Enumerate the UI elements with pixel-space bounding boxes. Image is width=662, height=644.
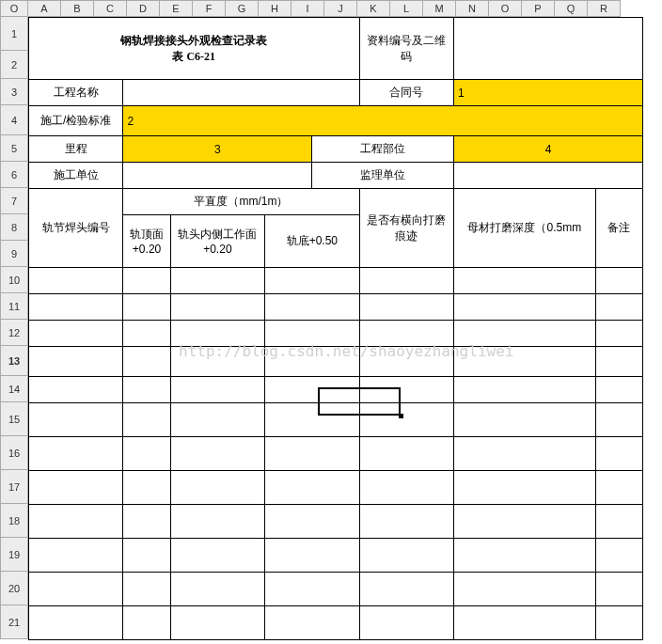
row-header[interactable]: 3	[0, 79, 28, 105]
label-rail-top: 轨顶面+0.20	[123, 215, 170, 268]
data-row[interactable]	[29, 573, 643, 606]
row-header[interactable]: 10	[0, 267, 28, 293]
title-line2: 表 C6-21	[33, 49, 355, 65]
col-header[interactable]: M	[423, 0, 456, 17]
row-header[interactable]: 4	[0, 105, 28, 135]
input-project-part[interactable]: 4	[453, 136, 642, 163]
data-row[interactable]	[29, 347, 643, 377]
col-header[interactable]: L	[390, 0, 423, 17]
data-row[interactable]	[29, 294, 643, 321]
label-mileage: 里程	[29, 136, 123, 163]
input-contract-no[interactable]: 1	[453, 80, 642, 106]
col-header[interactable]: O	[0, 0, 28, 17]
col-header[interactable]: A	[28, 0, 61, 17]
row-header[interactable]: 11	[0, 293, 28, 320]
label-grind-mark: 是否有横向打磨痕迹	[359, 189, 453, 268]
title-line1: 钢轨焊接接头外观检查记录表	[33, 33, 355, 49]
col-header[interactable]: P	[522, 0, 555, 17]
label-rail-inner: 轨头内侧工作面+0.20	[170, 215, 264, 268]
row-header[interactable]: 12	[0, 320, 28, 346]
col-header[interactable]: G	[226, 0, 259, 17]
col-header[interactable]: K	[357, 0, 390, 17]
form-title: 钢轨焊接接头外观检查记录表 表 C6-21	[29, 18, 360, 80]
qr-label: 资料编号及二维码	[359, 18, 453, 80]
data-row[interactable]	[29, 268, 643, 294]
data-row[interactable]	[29, 437, 643, 471]
label-joint-no: 轨节焊头编号	[29, 189, 123, 268]
input-standard[interactable]: 2	[123, 106, 643, 136]
row-header[interactable]: 19	[0, 538, 28, 572]
col-header[interactable]: B	[61, 0, 94, 17]
data-row[interactable]	[29, 321, 643, 347]
col-header[interactable]: R	[588, 0, 621, 17]
row-header[interactable]: 18	[0, 504, 28, 538]
row-header[interactable]: 16	[0, 436, 28, 470]
row-header[interactable]: 17	[0, 470, 28, 504]
input-construct-unit[interactable]	[123, 163, 312, 189]
label-rail-bottom: 轨底+0.50	[265, 215, 359, 268]
data-row[interactable]	[29, 539, 643, 573]
row-header[interactable]: 15	[0, 402, 28, 436]
col-header[interactable]: J	[324, 0, 357, 17]
data-row[interactable]	[29, 403, 643, 437]
row-header[interactable]: 6	[0, 162, 28, 188]
col-header[interactable]: N	[456, 0, 489, 17]
form-table[interactable]: 钢轨焊接接头外观检查记录表 表 C6-21 资料编号及二维码 工程名称 合同号 …	[28, 17, 643, 640]
col-header[interactable]: F	[193, 0, 226, 17]
label-project-part: 工程部位	[312, 136, 454, 163]
row-header[interactable]: 20	[0, 572, 28, 605]
col-header[interactable]: D	[127, 0, 160, 17]
data-row[interactable]	[29, 505, 643, 539]
col-header[interactable]: I	[292, 0, 324, 17]
label-remark: 备注	[595, 189, 642, 268]
col-header[interactable]: C	[94, 0, 127, 17]
label-grind-depth: 母材打磨深度（0.5mm	[453, 189, 595, 268]
data-row[interactable]	[29, 377, 643, 403]
input-supervise-unit[interactable]	[453, 163, 642, 189]
input-mileage[interactable]: 3	[123, 136, 312, 163]
row-header[interactable]: 13	[0, 346, 28, 376]
row-header[interactable]: 14	[0, 376, 28, 402]
col-header[interactable]: O	[489, 0, 522, 17]
col-header[interactable]: H	[259, 0, 292, 17]
input-project-name[interactable]	[123, 80, 359, 106]
column-headers: OABCDEFGHIJKLMNOPQR	[0, 0, 662, 17]
data-row[interactable]	[29, 471, 643, 505]
sheet-content[interactable]: 钢轨焊接接头外观检查记录表 表 C6-21 资料编号及二维码 工程名称 合同号 …	[28, 17, 662, 640]
row-header[interactable]: 5	[0, 135, 28, 162]
selection-handle[interactable]	[399, 414, 403, 418]
spreadsheet-view: OABCDEFGHIJKLMNOPQR 12345678910111213141…	[0, 0, 662, 644]
label-flatness: 平直度（mm/1m）	[123, 189, 359, 215]
row-header[interactable]: 8	[0, 214, 28, 241]
qr-area	[453, 18, 642, 80]
label-standard: 施工/检验标准	[29, 106, 123, 136]
label-construct-unit: 施工单位	[29, 163, 123, 189]
row-header[interactable]: 7	[0, 188, 28, 214]
label-contract-no: 合同号	[359, 80, 453, 106]
label-supervise-unit: 监理单位	[312, 163, 454, 189]
row-header[interactable]: 21	[0, 605, 28, 639]
col-header[interactable]: E	[160, 0, 193, 17]
row-header[interactable]: 1	[0, 17, 28, 51]
label-project-name: 工程名称	[29, 80, 123, 106]
row-header[interactable]: 9	[0, 241, 28, 267]
col-header[interactable]: Q	[555, 0, 588, 17]
row-headers: 123456789101112131415161718192021	[0, 17, 28, 639]
row-header[interactable]: 2	[0, 51, 28, 79]
data-row[interactable]	[29, 606, 643, 640]
